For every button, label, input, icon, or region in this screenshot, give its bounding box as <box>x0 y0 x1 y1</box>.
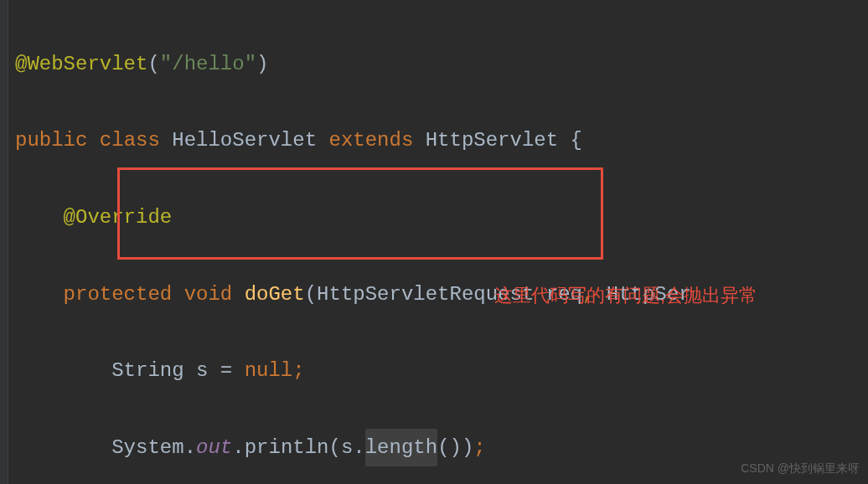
indent <box>15 198 64 237</box>
code-token: String s = <box>111 352 244 390</box>
class-token: HttpServlet <box>426 121 571 160</box>
code-line[interactable]: @Override <box>15 198 868 237</box>
code-line[interactable]: String s = null; <box>15 352 868 390</box>
code-line[interactable]: public class HelloServlet extends HttpSe… <box>15 121 868 160</box>
keyword-token: null <box>245 352 293 390</box>
semicolon-token: ; <box>473 429 485 467</box>
editor-gutter <box>0 0 8 484</box>
semicolon-token: ; <box>292 352 304 390</box>
brace-token: { <box>571 121 582 160</box>
code-line[interactable]: @WebServlet("/hello") <box>15 45 868 84</box>
code-token: ()) <box>437 429 473 467</box>
keyword-token: class <box>100 121 172 160</box>
indent <box>15 352 111 390</box>
annotation-token: @WebServlet <box>15 45 147 84</box>
code-token: System. <box>111 429 196 467</box>
paren-token: ( <box>305 275 317 314</box>
field-token: out <box>196 429 232 467</box>
keyword-token: void <box>184 275 245 314</box>
method-token: length <box>365 429 437 467</box>
keyword-token: public <box>15 121 100 160</box>
indent <box>15 429 111 467</box>
method-token: doGet <box>245 275 305 314</box>
keyword-token: extends <box>328 121 425 160</box>
keyword-token: protected <box>64 275 184 314</box>
code-token: .println(s. <box>232 429 364 467</box>
annotation-text: 这里代码写的有问题,会抛出异常 <box>494 278 757 313</box>
indent <box>15 275 64 314</box>
class-token: HelloServlet <box>172 121 328 160</box>
paren-token: ( <box>147 45 159 84</box>
watermark: CSDN @快到锅里来呀 <box>741 457 860 480</box>
string-token: "/hello" <box>160 45 256 84</box>
annotation-token: @Override <box>64 198 173 237</box>
code-editor[interactable]: @WebServlet("/hello") public class Hello… <box>0 7 868 484</box>
paren-token: ) <box>256 45 268 84</box>
